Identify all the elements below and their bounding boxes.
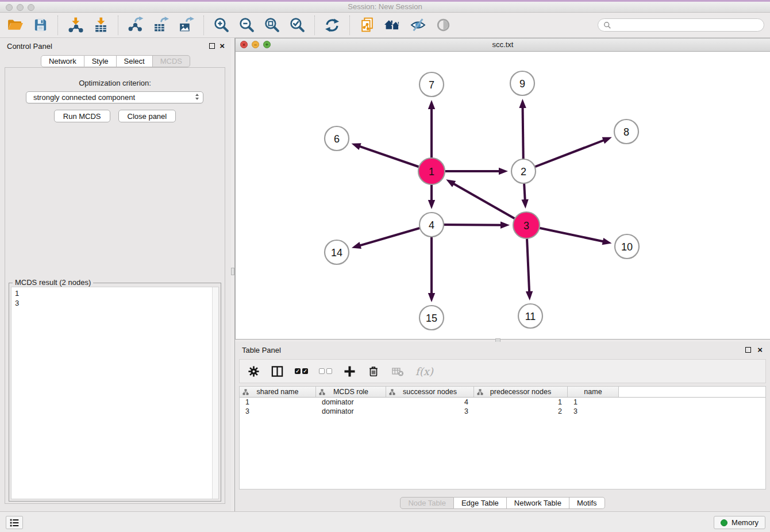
graph-node-6[interactable]: 6 <box>325 126 349 151</box>
minimize-window-icon[interactable] <box>17 4 24 11</box>
table-panel: Table Panel × <box>235 342 770 511</box>
graph-node-3[interactable]: 3 <box>513 212 540 238</box>
criterion-dropdown[interactable]: strongly connected component <box>26 91 203 103</box>
export-table-icon[interactable] <box>152 16 170 34</box>
graph-node-9[interactable]: 9 <box>510 71 534 95</box>
add-column-icon[interactable] <box>343 365 356 378</box>
search-input[interactable] <box>614 21 759 29</box>
close-panel-button[interactable]: Close panel <box>118 110 176 122</box>
svg-text:7: 7 <box>429 79 434 91</box>
delete-column-trash-icon[interactable] <box>367 365 380 377</box>
tab-node-table[interactable]: Node Table <box>400 497 454 509</box>
table-cell[interactable]: dominator <box>316 407 386 416</box>
graph-node-7[interactable]: 7 <box>419 72 444 97</box>
column-header-MCDS-role[interactable]: MCDS role <box>316 387 386 397</box>
column-header-shared-name[interactable]: shared name <box>240 387 316 397</box>
tab-style[interactable]: Style <box>84 55 117 67</box>
tab-edge-table[interactable]: Edge Table <box>454 497 507 509</box>
graph-node-11[interactable]: 11 <box>518 304 542 328</box>
import-network-icon[interactable] <box>66 16 84 34</box>
search-field[interactable] <box>598 18 764 32</box>
dropdown-stepper-icon <box>195 94 199 100</box>
graph-node-15[interactable]: 15 <box>419 306 444 330</box>
open-session-icon[interactable] <box>6 16 24 34</box>
graph-node-14[interactable]: 14 <box>325 240 349 264</box>
memory-button[interactable]: Memory <box>714 516 765 529</box>
network-window-titlebar[interactable]: × − + scc.txt <box>236 38 770 52</box>
export-network-icon[interactable] <box>126 16 145 34</box>
delete-table-icon <box>391 365 405 377</box>
column-type-icon <box>389 389 395 395</box>
vertical-splitter[interactable] <box>231 38 235 511</box>
toolbar-separator <box>314 16 315 35</box>
graph-arrowhead-2-9 <box>519 99 526 108</box>
table-cell[interactable]: 3 <box>386 407 474 416</box>
network-maximize-icon[interactable]: + <box>263 41 271 48</box>
split-panel-icon[interactable] <box>271 365 284 378</box>
table-cell[interactable]: dominator <box>316 398 386 407</box>
tab-motifs[interactable]: Motifs <box>569 497 605 509</box>
node-table-body: 1dominator4113dominator323 <box>240 398 765 416</box>
close-window-icon[interactable] <box>6 4 13 11</box>
zoom-window-icon[interactable] <box>28 4 34 11</box>
zoom-selected-icon[interactable] <box>288 16 306 34</box>
window-traffic-lights[interactable] <box>6 4 34 11</box>
table-row[interactable]: 3dominator323 <box>240 407 765 416</box>
select-all-icon[interactable]: ✓✓ <box>295 368 308 374</box>
table-cell[interactable]: 2 <box>474 407 568 416</box>
result-scrollbar[interactable] <box>212 287 218 499</box>
export-image-icon[interactable] <box>177 16 195 34</box>
graph-node-4[interactable]: 4 <box>419 213 444 237</box>
window-titlebar: Session: New Session <box>0 0 770 13</box>
table-cell[interactable]: 3 <box>240 407 316 416</box>
graph-arrowhead-4-3 <box>500 222 510 229</box>
home-view-icon[interactable] <box>383 16 402 34</box>
zoom-fit-icon[interactable] <box>263 16 281 34</box>
tab-network[interactable]: Network <box>41 55 84 67</box>
splitter-grip[interactable] <box>231 268 234 275</box>
table-cell[interactable]: 1 <box>240 398 316 407</box>
graph-arrowhead-4-15 <box>428 293 435 302</box>
show-panel-eye-icon <box>434 16 452 34</box>
network-minimize-icon[interactable]: − <box>252 41 259 48</box>
svg-text:9: 9 <box>519 78 525 90</box>
memory-status-dot <box>721 519 727 526</box>
refresh-layout-icon[interactable] <box>323 16 341 34</box>
table-settings-gear-icon[interactable] <box>248 365 260 377</box>
save-session-icon[interactable] <box>31 16 49 34</box>
run-mcds-button[interactable]: Run MCDS <box>54 110 110 122</box>
zoom-in-icon[interactable] <box>212 16 230 34</box>
table-cell[interactable]: 3 <box>568 407 619 416</box>
deselect-all-icon[interactable] <box>319 368 332 374</box>
graph-node-10[interactable]: 10 <box>615 234 639 259</box>
table-cell[interactable]: 1 <box>568 398 619 407</box>
graph-node-8[interactable]: 8 <box>614 119 638 144</box>
zoom-out-icon[interactable] <box>237 16 256 34</box>
mcds-result-area[interactable]: 1 3 <box>11 287 219 499</box>
graph-edge-2-8[interactable] <box>523 140 605 171</box>
graph-node-2[interactable]: 2 <box>511 159 536 183</box>
float-panel-icon[interactable] <box>209 43 215 49</box>
table-row[interactable]: 1dominator411 <box>240 398 765 407</box>
close-panel-icon[interactable]: × <box>220 41 225 51</box>
hide-panel-eye-icon[interactable] <box>409 16 427 34</box>
column-header-name[interactable]: name <box>568 387 619 397</box>
table-cell[interactable]: 4 <box>386 398 474 407</box>
table-cell[interactable]: 1 <box>474 398 568 407</box>
svg-text:10: 10 <box>621 241 633 253</box>
mcds-panel-body: Optimization criterion: strongly connect… <box>5 67 225 504</box>
graph-arrowhead-2-8 <box>602 137 612 144</box>
float-table-panel-icon[interactable] <box>745 347 751 353</box>
tab-select[interactable]: Select <box>117 55 153 67</box>
tab-network-table[interactable]: Network Table <box>507 497 569 509</box>
column-header-successor-nodes[interactable]: successor nodes <box>386 387 474 397</box>
network-close-icon[interactable]: × <box>240 41 248 48</box>
tab-mcds[interactable]: MCDS <box>153 55 190 67</box>
column-header-predecessor-nodes[interactable]: predecessor nodes <box>474 387 568 397</box>
clone-network-icon[interactable] <box>358 16 376 34</box>
import-table-icon[interactable] <box>91 16 110 34</box>
network-canvas[interactable]: 7968124314101511 <box>236 52 769 339</box>
task-history-button[interactable] <box>6 516 23 529</box>
close-table-panel-icon[interactable]: × <box>757 345 763 355</box>
graph-node-1[interactable]: 1 <box>418 158 445 184</box>
